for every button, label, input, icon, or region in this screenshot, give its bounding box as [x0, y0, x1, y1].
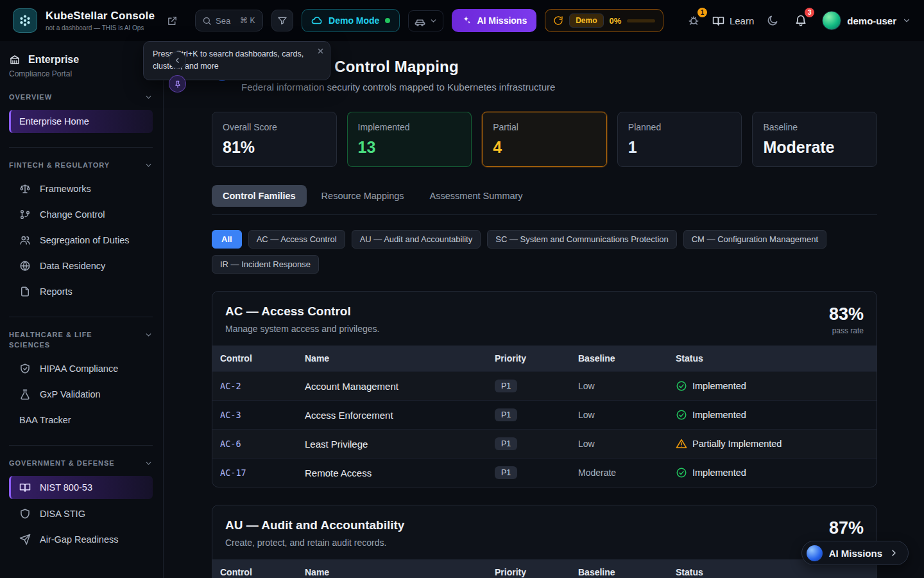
column-baseline: Baseline — [570, 353, 668, 363]
chevron-left-icon — [173, 56, 182, 65]
stat-value: 81% — [223, 138, 326, 157]
user-menu[interactable]: demo-user — [822, 11, 911, 30]
file-icon — [19, 286, 31, 297]
vehicle-icon — [414, 15, 426, 27]
family-title: AU — Audit and Accountability — [225, 518, 404, 532]
sidebar: Enterprise Compliance Portal OVERVIEW En… — [0, 41, 164, 578]
stat-label: Baseline — [763, 122, 866, 132]
brand: KubeStellar Console not a dashboard — TH… — [13, 8, 155, 33]
table-header: Control Name Priority Baseline Status — [212, 346, 877, 371]
stat-value: 1 — [628, 138, 732, 157]
external-link-button[interactable] — [163, 12, 182, 30]
sidebar-item-nist-800-53[interactable]: NIST 800-53 — [9, 476, 153, 499]
sidebar-pin-button[interactable] — [169, 75, 186, 92]
stat-label: Partial — [493, 122, 596, 132]
chevron-down-icon — [902, 16, 911, 25]
baseline-value: Low — [570, 381, 668, 391]
filter-sc[interactable]: SC — System and Communications Protectio… — [487, 230, 677, 249]
bug-report-button[interactable]: 1 — [683, 10, 704, 31]
section-label: HEALTHCARE & LIFE SCIENCES — [9, 330, 105, 351]
status-label: Partially Implemented — [692, 439, 782, 449]
stat-value: Moderate — [763, 138, 866, 157]
family-header: AU — Audit and Accountability Create, pr… — [212, 505, 877, 559]
status-label: Implemented — [692, 410, 746, 420]
users-icon — [19, 234, 31, 246]
control-name: Remote Access — [297, 468, 487, 478]
filter-all[interactable]: All — [212, 230, 242, 249]
tab-bar: Control Families Resource Mappings Asses… — [212, 185, 877, 215]
pass-rate-value: 87% — [829, 518, 864, 538]
chevron-right-icon — [889, 548, 899, 558]
search-shortcut: ⌘ K — [240, 16, 255, 25]
control-code: AC-17 — [212, 468, 297, 478]
section-header-healthcare[interactable]: HEALTHCARE & LIFE SCIENCES — [9, 330, 153, 351]
book-open-icon — [712, 15, 724, 27]
book-open-icon — [19, 482, 31, 493]
ai-missions-button[interactable]: AI Missions — [452, 9, 536, 32]
filter-button[interactable] — [271, 10, 293, 31]
chevron-down-icon — [144, 93, 153, 101]
tab-assessment-summary[interactable]: Assessment Summary — [419, 185, 534, 207]
notifications-button[interactable]: 3 — [791, 10, 811, 31]
section-overview: OVERVIEW Enterprise Home — [9, 92, 153, 133]
section-header-overview[interactable]: OVERVIEW — [9, 92, 153, 103]
pin-icon — [173, 80, 182, 89]
section-header-government[interactable]: GOVERNMENT & DEFENSE — [9, 459, 153, 469]
sidebar-title: Enterprise — [28, 54, 79, 66]
external-link-icon — [167, 15, 178, 26]
pass-rate: 83% pass rate — [829, 304, 864, 335]
sidebar-item-air-gap-readiness[interactable]: Air-Gap Readiness — [9, 529, 153, 550]
check-circle-icon — [676, 380, 687, 392]
close-icon — [316, 47, 325, 55]
sidebar-subtitle: Compliance Portal — [9, 69, 153, 78]
search-box[interactable]: ⌘ K — [195, 10, 263, 31]
sidebar-item-segregation-of-duties[interactable]: Segregation of Duties — [9, 229, 153, 251]
filter-ac[interactable]: AC — Access Control — [248, 230, 345, 249]
tab-resource-mappings[interactable]: Resource Mappings — [311, 185, 415, 207]
control-code: AC-2 — [212, 381, 297, 391]
progress-ring-icon — [553, 15, 563, 26]
sidebar-item-baa-tracker[interactable]: BAA Tracker — [9, 409, 153, 431]
control-code: AC-3 — [212, 410, 297, 420]
learn-button[interactable]: Learn — [712, 15, 754, 27]
tab-control-families[interactable]: Control Families — [212, 185, 307, 207]
table-row[interactable]: AC-17 Remote Access P1 Moderate Implemen… — [212, 458, 877, 487]
sidebar-item-hipaa-compliance[interactable]: HIPAA Compliance — [9, 358, 153, 380]
brand-text: KubeStellar Console not a dashboard — TH… — [46, 10, 155, 31]
sidebar-item-enterprise-home[interactable]: Enterprise Home — [9, 110, 153, 133]
ai-missions-fab[interactable]: AI Missions — [801, 541, 909, 565]
section-label: OVERVIEW — [9, 92, 52, 103]
sidebar-item-label: NIST 800-53 — [40, 482, 92, 493]
tooltip-close-button[interactable] — [316, 47, 325, 55]
demo-mode-button[interactable]: Demo Mode — [302, 9, 400, 32]
column-baseline: Baseline — [570, 567, 668, 577]
check-circle-icon — [676, 409, 687, 421]
sidebar-item-reports[interactable]: Reports — [9, 281, 153, 302]
sidebar-item-frameworks[interactable]: Frameworks — [9, 178, 153, 200]
sidebar-collapse-button[interactable] — [169, 51, 186, 69]
sidebar-header: Enterprise Compliance Portal — [9, 54, 153, 78]
sidebar-item-label: Data Residency — [40, 261, 105, 271]
tour-selector[interactable] — [408, 10, 443, 31]
bug-count-badge: 1 — [697, 8, 707, 17]
table-row[interactable]: AC-6 Least Privilege P1 Low Partially Im… — [212, 429, 877, 458]
sidebar-item-disa-stig[interactable]: DISA STIG — [9, 503, 153, 525]
theme-toggle-button[interactable] — [762, 11, 782, 31]
filter-ir[interactable]: IR — Incident Response — [212, 255, 319, 274]
table-row[interactable]: AC-3 Access Enforcement P1 Low Implement… — [212, 400, 877, 429]
filter-au[interactable]: AU — Audit and Accountability — [352, 230, 481, 249]
filter-cm[interactable]: CM — Configuration Management — [683, 230, 826, 249]
family-card-ac: AC — Access Control Manage system access… — [212, 291, 877, 487]
top-bar: KubeStellar Console not a dashboard — TH… — [0, 0, 924, 41]
status-label: Implemented — [692, 468, 746, 478]
demo-progress-widget[interactable]: Demo 0% — [545, 9, 663, 32]
search-input[interactable] — [216, 16, 236, 26]
sidebar-item-label: BAA Tracker — [19, 415, 71, 425]
sidebar-item-gxp-validation[interactable]: GxP Validation — [9, 383, 153, 405]
sidebar-item-data-residency[interactable]: Data Residency — [9, 255, 153, 277]
table-row[interactable]: AC-2 Account Management P1 Low Implement… — [212, 371, 877, 400]
priority-badge: P1 — [495, 466, 517, 479]
sidebar-item-change-control[interactable]: Change Control — [9, 204, 153, 225]
app-subtitle: not a dashboard — THIS is AI Ops — [46, 24, 155, 31]
section-header-fintech[interactable]: FINTECH & REGULATORY — [9, 161, 153, 171]
